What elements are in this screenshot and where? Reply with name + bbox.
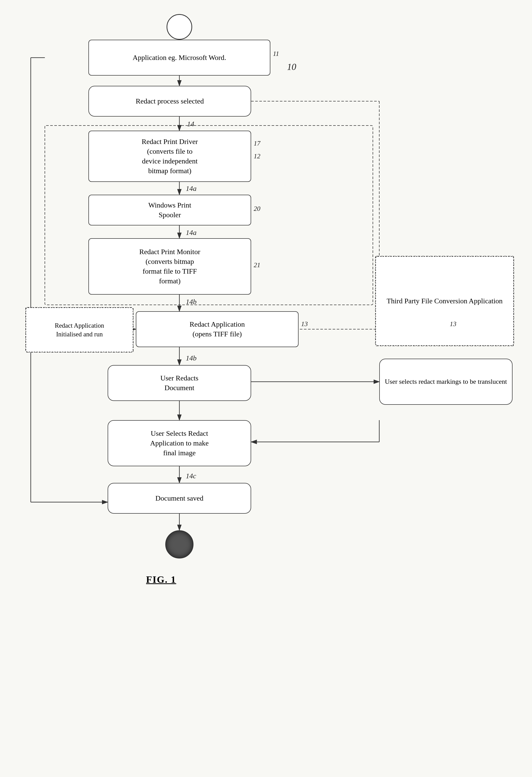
third-party-box: Third Party File Conversion Application: [376, 256, 514, 346]
ref-14c: 14c: [186, 472, 196, 480]
ref-12: 12: [254, 152, 260, 160]
end-circle: [165, 530, 194, 558]
fig-label: FIG. 1: [146, 574, 176, 585]
redact-print-driver-box: Redact Print Driver(converts file todevi…: [88, 131, 251, 182]
document-saved-box: Document saved: [108, 483, 251, 514]
ref-14b-2: 14b: [186, 354, 197, 362]
redact-application-label: Redact Application(opens TIFF file): [190, 319, 245, 339]
ref-14: 14: [187, 120, 194, 128]
user-redacts-box: User RedactsDocument: [108, 365, 251, 401]
windows-print-spooler-label: Windows PrintSpooler: [148, 200, 191, 220]
document-saved-label: Document saved: [155, 493, 203, 503]
user-selects-redact-box: User Selects RedactApplication to makefi…: [108, 420, 251, 466]
redact-print-monitor-label: Redact Print Monitor(converts bitmapform…: [139, 247, 200, 286]
ref-14a-1: 14a: [186, 185, 197, 193]
ref-14b-1: 14b: [186, 298, 197, 306]
start-circle: [167, 14, 192, 40]
user-translucent-label: User selects redact markings to be trans…: [385, 377, 507, 386]
ref-17: 17: [254, 140, 260, 147]
redact-print-monitor-box: Redact Print Monitor(converts bitmapform…: [88, 238, 251, 295]
user-selects-redact-label: User Selects RedactApplication to makefi…: [150, 429, 209, 458]
application-label: Application eg. Microsoft Word.: [132, 53, 226, 63]
user-redacts-label: User RedactsDocument: [161, 373, 199, 393]
ref-21: 21: [254, 261, 260, 269]
redact-app-init-box: Redact ApplicationInitialised and run: [26, 307, 133, 352]
ref-10: 10: [287, 62, 296, 72]
redact-print-driver-label: Redact Print Driver(converts file todevi…: [142, 137, 198, 176]
redact-app-init-label: Redact ApplicationInitialised and run: [55, 321, 104, 339]
redact-process-box: Redact process selected: [88, 86, 251, 117]
redact-application-box: Redact Application(opens TIFF file): [136, 311, 299, 347]
third-party-label: Third Party File Conversion Application: [387, 296, 503, 306]
windows-print-spooler-box: Windows PrintSpooler: [88, 195, 251, 225]
ref-13-right: 13: [450, 320, 456, 328]
user-translucent-box: User selects redact markings to be trans…: [379, 359, 513, 405]
application-box: Application eg. Microsoft Word.: [88, 40, 271, 76]
ref-20: 20: [254, 205, 260, 213]
ref-11: 11: [273, 50, 279, 58]
ref-13-left: 13: [301, 320, 308, 328]
redact-process-label: Redact process selected: [136, 96, 204, 106]
ref-14a-2: 14a: [186, 228, 197, 237]
diagram-container: Application eg. Microsoft Word. 11 10 Re…: [0, 0, 532, 777]
